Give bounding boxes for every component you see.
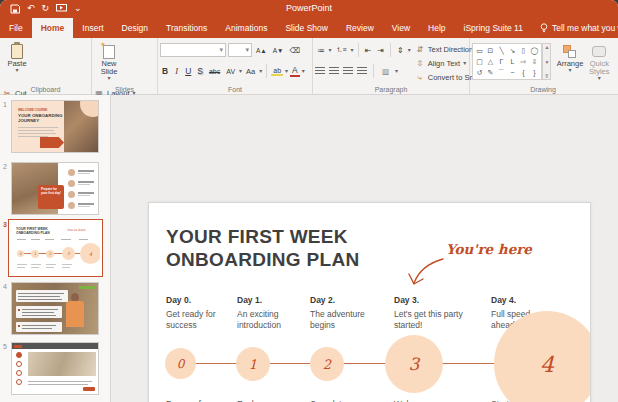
new-slide-dropdown-arrow[interactable]: ▾ [107, 76, 110, 81]
thumbnail-number-4: 4 [3, 283, 7, 290]
day3-subtitle: Let's get this party started! [394, 309, 489, 330]
shape-icon[interactable]: L [507, 56, 518, 67]
text-shadow-button[interactable]: S [195, 66, 205, 76]
timeline-circle-2[interactable]: 2 [310, 347, 344, 381]
day1-heading[interactable]: Day 1. An exciting introduction [237, 295, 307, 330]
shapes-gallery-scrollbar[interactable]: ▲ ▼ ⊽ [542, 43, 551, 80]
new-slide-button[interactable]: New Slide ▾ [94, 41, 124, 85]
font-group-label: Font [158, 86, 312, 93]
shape-icon[interactable]: ⇨ [518, 56, 529, 67]
tab-insert[interactable]: Insert [73, 18, 112, 38]
youre-here-annotation[interactable]: You're here [446, 241, 532, 257]
increase-indent-button[interactable]: ⇥ [375, 46, 386, 55]
font-name-combobox[interactable]: ▾ [160, 43, 226, 57]
shapes-scroll-up-icon[interactable]: ▲ [544, 44, 549, 50]
thumbnail5-button [83, 387, 95, 391]
font-color-button[interactable]: A [290, 65, 300, 77]
grow-font-button[interactable]: A▲ [254, 47, 269, 54]
shape-icon[interactable]: ╲ [496, 45, 507, 56]
underline-button[interactable]: U [183, 66, 193, 76]
tab-slide-show[interactable]: Slide Show [276, 18, 337, 38]
numbering-button[interactable]: ⒈≡ [334, 45, 349, 55]
thumbnail5-header-bar [12, 343, 99, 349]
shape-icon[interactable]: ⌒ [496, 67, 507, 78]
shape-icon[interactable]: △ [485, 56, 496, 67]
slide-thumbnail-3-selected[interactable]: YOUR FIRST WEEK ONBOARDING PLAN You're h… [8, 219, 103, 277]
timeline-circle-0[interactable]: 0 [165, 348, 196, 379]
day2-heading[interactable]: Day 2. The adventure begins [310, 295, 390, 330]
clear-formatting-button[interactable]: ⌫ [288, 46, 303, 55]
slide-canvas[interactable]: YOUR FIRST WEEK ONBOARDING PLAN You're h… [148, 202, 591, 402]
tab-ispring-suite[interactable]: iSpring Suite 11 [455, 18, 532, 38]
day0-heading[interactable]: Day 0. Get ready for success [166, 295, 234, 330]
slide-thumbnail-4[interactable] [11, 282, 99, 335]
slide-title[interactable]: YOUR FIRST WEEK ONBOARDING PLAN [166, 225, 359, 271]
app-title: PowerPoint [0, 3, 618, 13]
tab-design[interactable]: Design [113, 18, 157, 38]
clipboard-group-label: Clipboard [0, 86, 91, 93]
day2-subtitle: The adventure begins [310, 309, 390, 330]
shape-icon[interactable]: ▯ [518, 45, 529, 56]
day0-subtitle: Get ready for success [166, 309, 234, 330]
shape-icon[interactable]: ~ [507, 67, 518, 78]
shape-icon[interactable]: Γ [496, 56, 507, 67]
thumbnail-number-2: 2 [3, 163, 7, 170]
shapes-gallery[interactable]: ▭ ⊡ ╲ ↘ ▯ ◯ ▢ △ Γ L ⇨ ⇩ ↺ ✎ ⌒ ~ { [472, 43, 542, 80]
highlight-color-button[interactable]: ab [271, 67, 283, 76]
tab-home[interactable]: Home [32, 18, 74, 38]
align-text-icon: ⇳ [415, 59, 425, 68]
slide-thumbnail-3[interactable]: YOUR FIRST WEEK ONBOARDING PLAN You're h… [11, 222, 100, 274]
paste-icon [11, 43, 23, 60]
quick-styles-icon [592, 43, 606, 60]
arrange-button[interactable]: Arrange ▾ [555, 41, 584, 85]
shape-icon[interactable]: ▢ [474, 56, 485, 67]
paragraph-group-label: Paragraph [313, 86, 469, 93]
character-spacing-button[interactable]: AV [224, 68, 237, 75]
strikethrough-button[interactable]: abc [207, 68, 222, 75]
numbering-dropdown-arrow: ▾ [351, 48, 354, 53]
slide-thumbnail-5[interactable] [11, 342, 99, 395]
shape-icon[interactable]: ▭ [474, 45, 485, 56]
shape-icon[interactable]: { [518, 67, 529, 78]
timeline-circle-3[interactable]: 3 [385, 335, 443, 393]
text-direction-label: Text Direction [428, 45, 473, 54]
slide-thumbnail-1[interactable]: WELCOME COURSE YOUR ONBOARDING JOURNEY [11, 100, 99, 153]
slide-thumbnail-2[interactable]: Prepare for your first day! [11, 162, 99, 215]
align-center-button[interactable] [329, 67, 339, 75]
shape-icon[interactable]: ↘ [507, 45, 518, 56]
font-size-combobox[interactable]: ▾ [228, 43, 252, 57]
align-right-button[interactable] [343, 67, 353, 75]
bullets-button[interactable]: ≔ [315, 46, 327, 55]
shapes-more-icon[interactable]: ⊽ [545, 73, 549, 79]
shape-icon[interactable]: ✎ [485, 67, 496, 78]
italic-button[interactable]: I [172, 66, 181, 76]
paste-button[interactable]: Paste ▾ [2, 41, 32, 85]
tab-view[interactable]: View [383, 18, 419, 38]
shape-icon[interactable]: ⇩ [529, 56, 540, 67]
shrink-font-button[interactable]: A▼ [271, 47, 286, 54]
columns-button[interactable]: ▥ [380, 67, 391, 76]
shapes-scroll-down-icon[interactable]: ▼ [544, 59, 549, 65]
tab-animations[interactable]: Animations [216, 18, 276, 38]
tab-review[interactable]: Review [337, 18, 383, 38]
quick-styles-label: Quick Styles [585, 60, 614, 76]
day3-heading[interactable]: Day 3. Let's get this party started! [394, 295, 489, 330]
paste-dropdown-arrow[interactable]: ▾ [15, 68, 18, 73]
tell-me-box[interactable]: Tell me what you want to do [532, 18, 618, 38]
tab-help[interactable]: Help [419, 18, 454, 38]
timeline-circle-1[interactable]: 1 [236, 347, 270, 381]
shape-icon[interactable]: ↺ [474, 67, 485, 78]
change-case-button[interactable]: Aa [244, 67, 257, 76]
bold-button[interactable]: B [160, 66, 170, 76]
justify-button[interactable] [357, 67, 367, 75]
tab-transitions[interactable]: Transitions [157, 18, 216, 38]
shape-icon[interactable]: ⊡ [485, 45, 496, 56]
decrease-indent-button[interactable]: ⇤ [363, 46, 374, 55]
quick-styles-button[interactable]: Quick Styles ▾ [585, 41, 614, 85]
tab-file[interactable]: File [0, 18, 32, 38]
shape-icon[interactable]: ◯ [529, 45, 540, 56]
shape-icon[interactable]: } [529, 67, 540, 78]
align-left-button[interactable] [315, 67, 325, 75]
line-spacing-button[interactable]: ⇕ [395, 46, 406, 55]
new-slide-icon [103, 43, 115, 60]
